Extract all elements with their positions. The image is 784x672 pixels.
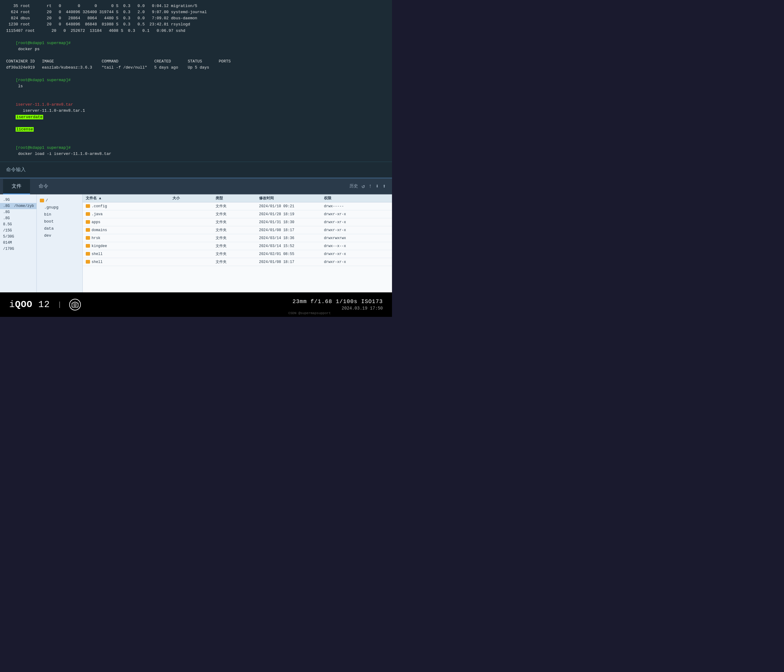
download-icon[interactable]: ⬇ — [375, 183, 379, 189]
tree-item-boot[interactable]: boot — [37, 218, 82, 225]
disk-item[interactable]: 5/30G — [0, 234, 36, 240]
prompt-text: [root@kdapp1 supermap]# — [16, 78, 70, 82]
command-text: ls — [16, 84, 23, 88]
tree-item-label: boot — [44, 219, 54, 224]
prompt-text: [root@kdapp1 supermap]# — [16, 41, 70, 45]
file-list-header: 文件名 ▲ 大小 类型 修改时间 权限 — [83, 194, 392, 202]
file-type: 文件夹 — [216, 219, 259, 225]
watermark: CSDN @supermapsupport — [288, 311, 331, 315]
command-text: docker load -i iserver-11.1.0-armv8.tar — [16, 152, 111, 156]
disk-item[interactable]: /15G — [0, 228, 36, 234]
disk-item-home[interactable]: .8G /home/zyb — [0, 203, 36, 209]
file-name: kingdee — [86, 244, 173, 248]
disk-item[interactable]: /170G — [0, 246, 36, 252]
terminal-line: 1230 root 20 0 648896 86848 81088 S 0.3 … — [6, 22, 386, 28]
file-type: 文件夹 — [216, 228, 259, 233]
table-header: CONTAINER ID IMAGE COMMAND CREATED STATU… — [6, 59, 386, 65]
disk-item[interactable]: .8G — [0, 215, 36, 221]
file-type: 文件夹 — [216, 211, 259, 217]
terminal-prompt: [root@kdapp1 supermap]# ls — [6, 71, 386, 96]
terminal-prompt: [root@kdapp1 supermap]# docker load -i i… — [6, 139, 386, 163]
file-row[interactable]: domains 文件夹 2024/01/08 18:17 drwxr-xr-x — [83, 226, 392, 234]
container-row: df30a324e919 easzlab/kubeasz:3.6.3 "tail… — [6, 65, 386, 71]
svg-point-0 — [74, 304, 76, 306]
disk-item[interactable]: 8.5G — [0, 221, 36, 228]
brand-section: iQOO 12 | — [9, 299, 81, 310]
file-perms: drwxr-xr-x — [324, 260, 389, 264]
tree-item-label: data — [44, 226, 54, 231]
tree-sidebar: / .gnupg bin boot data dev — [37, 194, 83, 292]
prompt-text: [root@kdapp1 supermap]# — [16, 146, 70, 150]
file-white: iserver-11.1.0-armv8.tar.1 — [16, 109, 92, 113]
file-manager-body: .9G .8G /home/zyb .8G .8G 8.5G /15G 5/30… — [0, 194, 392, 292]
file-row[interactable]: .java 文件夹 2024/01/28 18:19 drwxr-xr-x — [83, 210, 392, 218]
tree-item-label: bin — [44, 212, 51, 217]
file-highlight-1: iserverdate — [16, 115, 43, 120]
file-type: 文件夹 — [216, 236, 259, 241]
history-label: 历史 — [349, 183, 358, 189]
file-name: apps — [86, 220, 173, 224]
photo-datetime: 2024.03.19 17:50 — [292, 306, 383, 311]
terminal-line: 35 root rt 0 0 0 0 S 0.3 0.0 0:04.12 mig… — [6, 3, 386, 9]
up-icon[interactable]: ↑ — [369, 183, 372, 189]
ls-output: iserver-11.1.0-armv8.tar iserver-11.1.0-… — [6, 96, 386, 139]
more-icon[interactable]: ⬆ — [383, 183, 386, 189]
tab-files[interactable]: 文件 — [3, 179, 30, 194]
tree-item-gnupg[interactable]: .gnupg — [37, 204, 82, 211]
refresh-icon[interactable]: ↺ — [362, 183, 365, 189]
file-perms: drwxr-xr-x — [324, 252, 389, 256]
file-type: 文件夹 — [216, 259, 259, 264]
file-modified: 2024/01/31 18:30 — [259, 220, 324, 224]
file-name: shell — [86, 252, 173, 256]
history-toolbar: 历史 ↺ ↑ ⬇ ⬆ — [349, 178, 389, 194]
tab-files-label: 文件 — [12, 183, 22, 189]
file-perms: drwx--x--x — [324, 244, 389, 248]
tree-item-root[interactable]: / — [37, 197, 82, 204]
terminal-line: 1115407 root 20 0 252672 13184 4608 S 0.… — [6, 28, 386, 34]
file-name: .config — [86, 204, 173, 208]
file-row[interactable]: kingdee 文件夹 2024/03/14 15:52 drwx--x--x — [83, 242, 392, 250]
command-text: docker ps — [16, 47, 39, 51]
tab-commands-label: 命令 — [39, 183, 48, 189]
file-type: 文件夹 — [216, 244, 259, 248]
cmd-input-label: 命令输入 — [6, 166, 26, 173]
col-size: 大小 — [173, 196, 216, 201]
file-modified: 2024/01/08 18:17 — [259, 260, 324, 264]
camera-icon — [69, 299, 81, 310]
file-row[interactable]: .config 文件夹 2024/01/10 09:21 drwx----- — [83, 202, 392, 210]
terminal-prompt: [root@kdapp1 supermap]# docker ps — [6, 34, 386, 59]
disk-item[interactable]: .8G — [0, 209, 36, 215]
tree-item-data[interactable]: data — [37, 225, 82, 232]
file-list: 文件名 ▲ 大小 类型 修改时间 权限 .config 文件夹 2024/01/… — [83, 194, 392, 292]
command-input-area: 命令输入 — [0, 161, 392, 178]
file-perms: drwxr-xr-x — [324, 212, 389, 216]
tree-item-label: / — [46, 198, 48, 203]
file-row[interactable]: apps 文件夹 2024/01/31 18:30 drwxr-xr-x — [83, 218, 392, 226]
file-row[interactable]: hrsk 文件夹 2024/03/14 18:36 drwxrwxrwx — [83, 234, 392, 242]
file-type: 文件夹 — [216, 203, 259, 209]
file-name: .java — [86, 212, 173, 216]
tree-item-bin[interactable]: bin — [37, 211, 82, 218]
file-name: domains — [86, 228, 173, 232]
file-perms: drwxr-xr-x — [324, 228, 389, 232]
file-type: 文件夹 — [216, 251, 259, 256]
disk-sidebar: .9G .8G /home/zyb .8G .8G 8.5G /15G 5/30… — [0, 194, 37, 292]
file-row[interactable]: shell 文件夹 2024/02/01 08:55 drwxr-xr-x — [83, 250, 392, 258]
file-modified: 2024/02/01 08:55 — [259, 252, 324, 256]
file-modified: 2024/01/28 18:19 — [259, 212, 324, 216]
tree-item-dev[interactable]: dev — [37, 232, 82, 239]
bottom-bar: iQOO 12 | 23mm f/1.68 1/100s ISO173 2024… — [0, 292, 392, 317]
spacer — [16, 121, 23, 126]
file-row[interactable]: shell 文件夹 2024/01/08 18:17 drwxr-xr-x — [83, 258, 392, 266]
brand-name: iQOO 12 — [9, 300, 50, 310]
file-name: hrsk — [86, 236, 173, 241]
col-modified: 修改时间 — [259, 196, 324, 201]
tab-commands[interactable]: 命令 — [30, 179, 57, 194]
disk-item[interactable]: 014M — [0, 240, 36, 246]
terminal-line: 624 root 20 0 440896 326400 319744 S 0.3… — [6, 9, 386, 15]
disk-item[interactable]: .9G — [0, 197, 36, 203]
photo-settings: 23mm f/1.68 1/100s ISO173 — [292, 298, 383, 305]
file-highlight-2: license — [16, 127, 34, 132]
file-red: iserver-11.1.0-armv8.tar — [16, 102, 73, 107]
file-perms: drwx----- — [324, 204, 389, 208]
